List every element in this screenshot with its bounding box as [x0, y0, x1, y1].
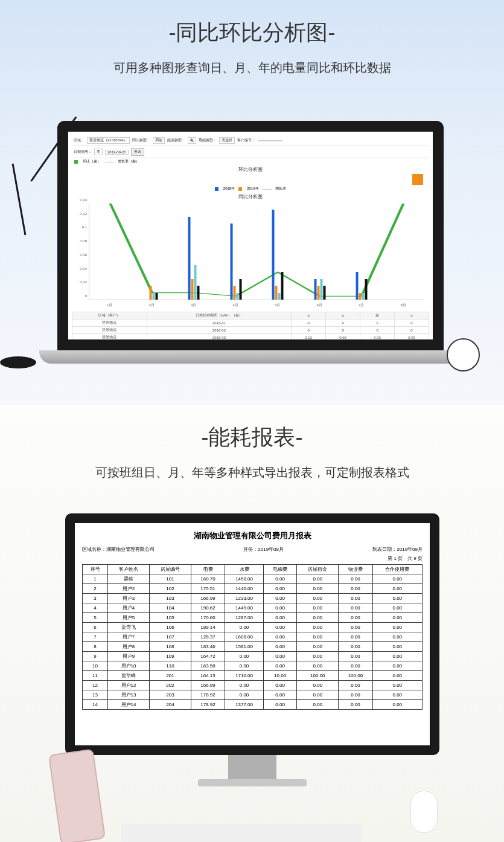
report-app: 湖南物业管理有限公司费用月报表 区域名称：湖南物业管理有限公司 月份：2019年… — [65, 513, 439, 755]
chart2-title: 同比分析图 — [72, 192, 429, 201]
chart2-legend: 2018年 2019年 —○— 增长率 — [72, 185, 429, 192]
legend-swatch — [238, 187, 242, 191]
use-label: 用能类型： — [199, 138, 217, 143]
page-info: 第 1 页 共 9 页 — [388, 555, 423, 562]
laptop-mockup: 区域： 慧居物流（91010024） 同比类型： 周能 能源类型： 电 用能类型… — [57, 121, 444, 374]
y-axis-ticks: 00.020.040.060.080.10.120.14 — [74, 204, 88, 300]
area-value[interactable]: 慧居物流（91010024） — [87, 137, 130, 144]
desk-clock — [447, 338, 480, 371]
monitor-mockup: 湖南物业管理有限公司费用月报表 区域名称：湖南物业管理有限公司 月份：2019年… — [65, 513, 439, 791]
use-select[interactable]: 请选择 — [219, 137, 235, 144]
section1-title: -同比环比分析图- — [0, 18, 504, 48]
lamp-base — [0, 356, 36, 368]
date-label: 日期范围： — [74, 149, 92, 155]
legend-label: 2019年 — [247, 186, 258, 191]
yoy-chart: 00.020.040.060.080.10.120.14 — [89, 204, 424, 300]
chart1-legend: 环比（差） —○— 增长率（差） — [72, 158, 429, 165]
chart1-marker — [412, 174, 423, 185]
chart-section: -同比环比分析图- 可用多种图形查询日、月、年的电量同比和环比数据 区域： 慧居… — [0, 0, 504, 405]
desk-keyboard — [121, 824, 362, 842]
chart1-title: 环比分析图 — [72, 165, 429, 174]
section2-subtitle: 可按班组日、月、年等多种样式导出报表，可定制报表格式 — [0, 464, 504, 481]
x-axis-ticks: 1月2月3月4月5月6月7月8月 — [89, 303, 424, 308]
area-label: 区域： — [74, 138, 85, 143]
legend-label: 2018年 — [223, 186, 235, 191]
legend-swatch — [215, 187, 219, 191]
date-meta: 制表日期：2019年09月 — [372, 546, 423, 553]
desk-mouse — [410, 791, 438, 833]
section2-title: -能耗报表- — [0, 423, 504, 452]
laptop-base — [39, 350, 462, 364]
query-button[interactable]: 查询 — [131, 148, 144, 156]
area-meta: 区域名称：湖南物业管理有限公司 — [82, 546, 155, 553]
month-meta: 月份：2019年08月 — [243, 546, 284, 553]
report-section: -能耗报表- 可按班组日、月、年等多种样式导出报表，可定制报表格式 湖南物业管理… — [0, 405, 504, 842]
date-scope-select[interactable]: 周 — [94, 149, 103, 155]
filter-toolbar: 区域： 慧居物流（91010024） 同比类型： 周能 能源类型： 电 用能类型… — [72, 135, 429, 146]
report-table: 序号客户姓名房屋编号电费水费电梯费房屋租金物业费合作使用费1梁栋101160.7… — [82, 564, 423, 710]
section1-subtitle: 可用多种图形查询日、月、年的电量同比和环比数据 — [0, 60, 504, 76]
date-toolbar: 日期范围： 周 2019-09-20 查询 — [72, 146, 429, 158]
monitor-base — [198, 779, 307, 786]
type-select[interactable]: 周能 — [153, 137, 165, 144]
legend-label: 增长率 — [275, 186, 286, 191]
type-label: 同比类型： — [132, 138, 150, 143]
analysis-app: 区域： 慧居物流（91010024） 同比类型： 周能 能源类型： 电 用能类型… — [57, 121, 444, 350]
legend-swatch — [74, 160, 78, 164]
legend-label: 环比（差） — [83, 159, 101, 164]
date-input[interactable]: 2019-09-20 — [105, 150, 129, 155]
monitor-stand — [228, 755, 276, 779]
growth-line — [89, 204, 424, 300]
legend-label: 增长率（差） — [118, 159, 139, 164]
cust-label: 客户编号： — [237, 138, 255, 143]
energy-select[interactable]: 电 — [188, 137, 196, 144]
report-title: 湖南物业管理有限公司费用月报表 — [82, 530, 423, 541]
report-page: 第 1 页 共 9 页 — [82, 555, 423, 562]
energy-label: 能源类型： — [167, 138, 185, 143]
cust-input[interactable] — [258, 140, 282, 141]
data-grid: 区域（客户）日本相对期间（kWh）（差）00差0慧居物流2018-010000慧… — [72, 312, 429, 350]
report-meta: 区域名称：湖南物业管理有限公司 月份：2019年08月 制表日期：2019年09… — [82, 546, 423, 553]
